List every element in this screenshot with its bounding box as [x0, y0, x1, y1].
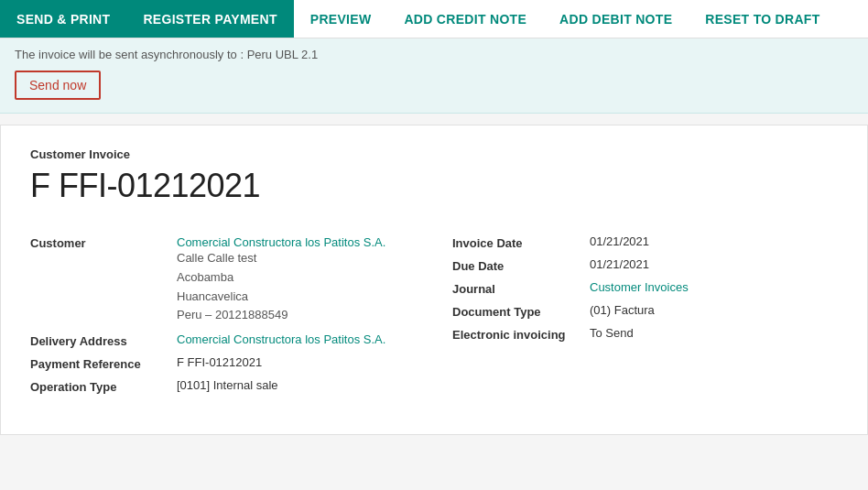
- banner-message: The invoice will be sent asynchronously …: [15, 48, 853, 61]
- address-line-3: Huancavelica: [177, 288, 385, 307]
- invoice-fields-grid: Customer Comercial Constructora los Pati…: [30, 231, 838, 405]
- customer-label: Customer: [30, 234, 177, 250]
- due-date-value: 01/21/2021: [590, 257, 649, 271]
- left-fields: Customer Comercial Constructora los Pati…: [30, 231, 434, 405]
- electronic-invoicing-value: To Send: [590, 326, 634, 340]
- document-type-label: Document Type: [452, 303, 590, 319]
- delivery-address-label: Delivery Address: [30, 332, 177, 348]
- document-type-row: Document Type (01) Factura: [452, 303, 838, 319]
- send-print-button[interactable]: SEND & PRINT: [0, 0, 126, 38]
- operation-type-label: Operation Type: [30, 378, 177, 394]
- due-date-label: Due Date: [452, 257, 590, 273]
- customer-address: Calle Calle test Acobamba Huancavelica P…: [177, 249, 385, 325]
- electronic-invoicing-label: Electronic invoicing: [452, 326, 590, 342]
- right-fields: Invoice Date 01/21/2021 Due Date 01/21/2…: [434, 231, 838, 405]
- customer-link[interactable]: Comercial Constructora los Patitos S.A.: [177, 235, 385, 249]
- add-credit-note-button[interactable]: ADD CREDIT NOTE: [387, 0, 543, 38]
- invoice-date-value: 01/21/2021: [590, 234, 649, 248]
- address-line-1: Calle Calle test: [177, 249, 385, 268]
- journal-row: Journal Customer Invoices: [452, 280, 838, 296]
- journal-link[interactable]: Customer Invoices: [590, 280, 689, 294]
- invoice-type-label: Customer Invoice: [30, 147, 838, 161]
- send-banner: The invoice will be sent asynchronously …: [0, 38, 868, 114]
- payment-reference-label: Payment Reference: [30, 355, 177, 371]
- toolbar: SEND & PRINT REGISTER PAYMENT PREVIEW AD…: [0, 0, 868, 38]
- invoice-date-row: Invoice Date 01/21/2021: [452, 234, 838, 250]
- journal-label: Journal: [452, 280, 590, 296]
- electronic-invoicing-row: Electronic invoicing To Send: [452, 326, 838, 342]
- address-line-2: Acobamba: [177, 268, 385, 288]
- operation-type-value: [0101] Internal sale: [177, 378, 278, 392]
- add-debit-note-button[interactable]: ADD DEBIT NOTE: [543, 0, 689, 38]
- customer-value: Comercial Constructora los Patitos S.A. …: [177, 234, 385, 325]
- delivery-address-link[interactable]: Comercial Constructora los Patitos S.A.: [177, 332, 385, 346]
- payment-reference-value: F FFI-01212021: [177, 355, 262, 369]
- invoice-number: F FFI-01212021: [30, 167, 838, 205]
- delivery-address-row: Delivery Address Comercial Constructora …: [30, 332, 434, 348]
- operation-type-row: Operation Type [0101] Internal sale: [30, 378, 434, 394]
- customer-field-row: Customer Comercial Constructora los Pati…: [30, 234, 434, 325]
- register-payment-button[interactable]: REGISTER PAYMENT: [126, 0, 293, 38]
- preview-button[interactable]: PREVIEW: [294, 0, 388, 38]
- payment-reference-row: Payment Reference F FFI-01212021: [30, 355, 434, 371]
- invoice-date-label: Invoice Date: [452, 234, 590, 250]
- send-now-button[interactable]: Send now: [15, 71, 101, 100]
- reset-to-draft-button[interactable]: RESET TO DRAFT: [689, 0, 836, 38]
- invoice-card: Customer Invoice F FFI-01212021 Customer…: [0, 125, 868, 435]
- due-date-row: Due Date 01/21/2021: [452, 257, 838, 273]
- address-line-4: Peru – 20121888549: [177, 306, 385, 325]
- document-type-value: (01) Factura: [590, 303, 655, 317]
